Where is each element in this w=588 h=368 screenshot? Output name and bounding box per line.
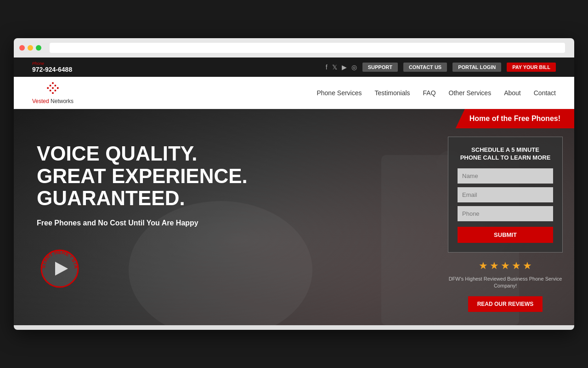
- svg-rect-0: [52, 82, 54, 84]
- instagram-icon[interactable]: ◎: [351, 63, 357, 71]
- phone-input[interactable]: [458, 206, 553, 221]
- nav-about[interactable]: About: [504, 89, 521, 97]
- svg-rect-7: [55, 90, 57, 92]
- submit-button[interactable]: SUBMIT: [458, 227, 553, 243]
- hero-bottom-bar: [14, 325, 574, 330]
- hero-right: SCHEDULE A 5 MINUTE PHONE CALL TO LEARN …: [446, 109, 574, 325]
- hero-left: VOICE QUALITY. GREAT EXPERIENCE. GUARANT…: [14, 109, 446, 325]
- home-phones-banner: Home of the Free Phones!: [456, 109, 574, 128]
- nav-links: Phone Services Testimonials FAQ Other Se…: [317, 89, 556, 97]
- svg-rect-6: [50, 90, 51, 92]
- start-here-circle-icon: START HERE • START HERE •: [37, 246, 83, 292]
- svg-rect-3: [47, 87, 49, 89]
- traffic-lights: [19, 45, 41, 51]
- form-title: SCHEDULE A 5 MINUTE PHONE CALL TO LEARN …: [458, 146, 553, 162]
- support-button[interactable]: SUPPORT: [362, 63, 398, 72]
- top-bar-right: f 𝕏 ▶ ◎ SUPPORT CONTACT US PORTAL LOGIN …: [326, 63, 556, 72]
- headline-line3: GUARANTEED.: [37, 187, 185, 209]
- address-bar[interactable]: [50, 43, 565, 53]
- star-5: ★: [523, 260, 532, 272]
- read-reviews-button[interactable]: READ OUR REVIEWS: [468, 296, 543, 312]
- star-3: ★: [501, 260, 510, 272]
- nav-faq[interactable]: FAQ: [423, 89, 436, 97]
- minimize-button[interactable]: [28, 45, 33, 51]
- hero-content: VOICE QUALITY. GREAT EXPERIENCE. GUARANT…: [14, 109, 574, 325]
- portal-login-button[interactable]: PORTAL LOGIN: [452, 63, 501, 72]
- close-button[interactable]: [19, 45, 25, 51]
- svg-rect-1: [50, 85, 51, 86]
- contact-us-button[interactable]: CONTACT US: [403, 63, 447, 72]
- browser-window: Phone 972-924-6488 f 𝕏 ▶ ◎ SUPPORT CONTA…: [14, 38, 574, 330]
- schedule-form: SCHEDULE A 5 MINUTE PHONE CALL TO LEARN …: [448, 137, 563, 253]
- svg-rect-8: [52, 92, 54, 94]
- star-4: ★: [512, 260, 521, 272]
- hero-section: Home of the Free Phones! VOICE QUALITY. …: [14, 109, 574, 325]
- svg-rect-5: [57, 87, 59, 89]
- logo[interactable]: Vested Networks: [32, 81, 74, 104]
- social-icons: f 𝕏 ▶ ◎: [326, 63, 357, 71]
- twitter-icon[interactable]: 𝕏: [332, 63, 337, 71]
- svg-rect-4: [52, 87, 54, 89]
- start-here-button[interactable]: START HERE • START HERE •: [37, 246, 83, 292]
- pay-bill-button[interactable]: PAY YOUR BILL: [507, 63, 556, 72]
- phone-section: Phone 972-924-6488: [32, 61, 72, 73]
- nav-phone-services[interactable]: Phone Services: [317, 89, 362, 97]
- top-bar: Phone 972-924-6488 f 𝕏 ▶ ◎ SUPPORT CONTA…: [14, 58, 574, 77]
- logo-icon: [45, 81, 61, 98]
- maximize-button[interactable]: [36, 45, 41, 51]
- svg-rect-2: [55, 85, 57, 86]
- nav-bar: Vested Networks Phone Services Testimoni…: [14, 77, 574, 109]
- reviews-description: DFW's Highest Reviewed Business Phone Se…: [446, 276, 565, 290]
- nav-testimonials[interactable]: Testimonials: [375, 89, 410, 97]
- headline-line2: GREAT EXPERIENCE.: [37, 165, 248, 187]
- star-1: ★: [479, 260, 488, 272]
- stars-row: ★ ★ ★ ★ ★: [479, 260, 532, 272]
- nav-contact[interactable]: Contact: [534, 89, 556, 97]
- hero-headline: VOICE QUALITY. GREAT EXPERIENCE. GUARANT…: [37, 143, 423, 209]
- youtube-icon[interactable]: ▶: [342, 63, 347, 71]
- facebook-icon[interactable]: f: [326, 63, 328, 71]
- browser-chrome: [14, 38, 574, 58]
- phone-label: Phone: [32, 61, 72, 66]
- hero-subtext: Free Phones and No Cost Until You Are Ha…: [37, 219, 423, 227]
- email-input[interactable]: [458, 187, 553, 202]
- nav-other-services[interactable]: Other Services: [449, 89, 492, 97]
- name-input[interactable]: [458, 168, 553, 184]
- headline-line1: VOICE QUALITY.: [37, 142, 198, 165]
- logo-text: Vested Networks: [32, 98, 74, 104]
- phone-number: 972-924-6488: [32, 66, 72, 73]
- star-2: ★: [490, 260, 499, 272]
